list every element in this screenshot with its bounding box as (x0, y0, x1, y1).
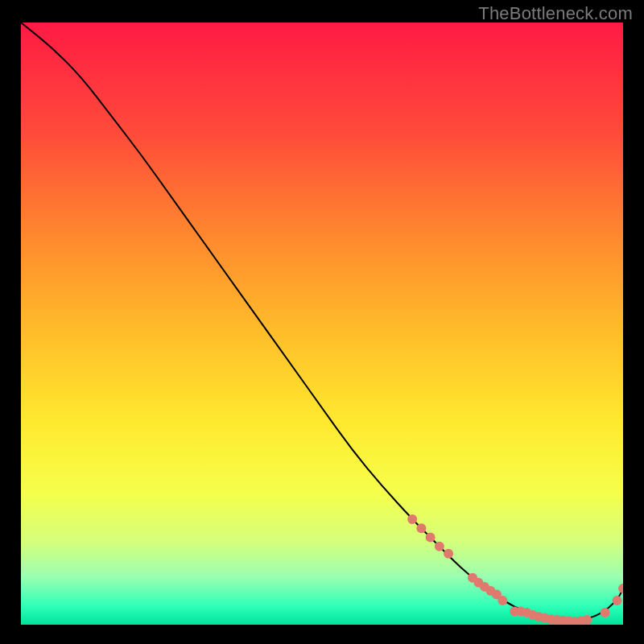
data-point (426, 533, 436, 543)
watermark-text: TheBottleneck.com (478, 3, 633, 24)
gradient-background (21, 23, 623, 625)
data-point (407, 514, 417, 524)
data-point (601, 608, 610, 617)
chart-svg (21, 23, 623, 625)
data-point (435, 542, 444, 551)
data-point (444, 549, 453, 559)
data-point (582, 615, 592, 625)
data-point (613, 596, 622, 605)
plot-area (21, 23, 623, 625)
data-point (497, 596, 507, 605)
data-point (416, 523, 426, 533)
chart-container: TheBottleneck.com (0, 0, 644, 644)
